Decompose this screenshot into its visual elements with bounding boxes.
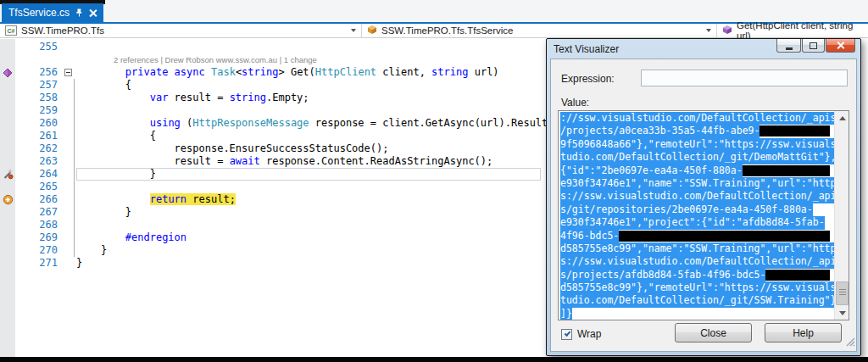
current-event-arrow-icon[interactable] [0,193,15,206]
collapse-region-icon[interactable] [64,69,72,76]
expression-label: Expression: [561,73,615,85]
type-dropdown[interactable]: SSW.TimePRO.Tfs.TfsService [362,24,717,37]
glyph-margin-cell[interactable] [0,92,15,104]
code-token: > Get( [278,66,314,78]
maximize-button[interactable] [802,39,825,53]
code-token: result; [186,193,236,205]
selected-text: 9f5096848a66"},"remoteUrl":"https://ssw.… [560,138,836,151]
close-tab-icon[interactable] [89,9,97,17]
line-number: 270 [15,244,63,257]
glyph-margin-cell[interactable] [0,117,15,130]
scroll-down-arrow-icon[interactable] [835,306,849,320]
glyph-margin-cell[interactable] [0,257,15,270]
code-token: await [230,155,260,167]
selected-text: e930f34746e1","project":{"id":"afdb8d84-… [560,216,825,229]
outlining-scope-line [74,79,75,257]
code-token [76,231,125,243]
window-bottom-edge [0,357,868,362]
value-line: ://ssw.visualstudio.com/DefaultCollectio… [560,112,833,125]
minimize-icon [786,47,793,50]
chevron-down-icon [351,29,356,32]
code-token: } [76,257,82,269]
value-line: /projects/a0cea33b-35a5-44fb-abe9- [560,125,833,137]
code-token [76,66,125,78]
glyph-margin-cell[interactable] [0,244,15,257]
redacted-block [743,165,830,176]
outlining-margin-cell [63,53,76,66]
quick-action-wand-icon[interactable] [0,168,15,181]
close-button[interactable]: Close [675,323,752,343]
line-number: 267 [15,206,63,219]
wrap-checkbox[interactable] [561,329,572,340]
value-line: tudio.com/DefaultCollection/_git/SSW.Tra… [560,294,833,307]
selected-text: {"id":"2be0697e-ea4a-450f-880a- [560,164,743,177]
codelens-info[interactable]: 2 references | Drew Robson www.ssw.com.a… [76,55,317,64]
code-token: Task [211,66,236,78]
selected-text: s://ssw.visualstudio.com/DefaultCollecti… [560,255,836,268]
glyph-margin-cell[interactable] [0,206,15,219]
line-number: 264 [15,168,63,181]
help-button[interactable]: Help [765,323,842,343]
value-line: s/projects/afdb8d84-5fab-4f96-bdc5- [560,269,833,281]
code-token: response.Content.ReadAsStringAsync(); [260,155,493,167]
outlining-margin-cell[interactable] [63,66,76,79]
project-dropdown[interactable]: C# SSW.TimePRO.Tfs [0,24,362,37]
value-line: ]} [560,308,833,320]
visual-studio-window: TfsService.cs C# SSW.TimePRO.Tfs SSW.Tim… [0,0,868,362]
code-token: .Empty; [266,92,309,103]
breakpoint-diamond-icon[interactable] [0,66,15,79]
outlining-margin-cell [63,257,76,270]
code-text[interactable]: } [76,168,541,181]
glyph-margin-cell[interactable] [0,104,15,117]
code-token: response = client.GetAsync(url).Result) [309,117,554,129]
glyph-margin-cell[interactable] [0,142,15,155]
value-line: e930f34746e1","project":{"id":"afdb8d84-… [560,216,833,229]
redacted-block [619,231,830,242]
member-dropdown[interactable]: Get(HttpClient client, string url) [717,24,868,37]
vertical-scrollbar[interactable] [834,111,849,320]
line-number: 265 [15,181,63,193]
expression-input[interactable] [641,70,848,86]
code-token: return [150,193,186,205]
glyph-margin-cell[interactable] [0,231,15,244]
glyph-margin-cell[interactable] [0,155,15,168]
scroll-up-arrow-icon[interactable] [835,111,849,125]
value-line: e930f34746e1","name":"SSW.Training","url… [560,177,833,190]
type-dropdown-label: SSW.TimePRO.Tfs.TfsService [381,25,513,36]
code-token: async [175,66,205,78]
glyph-margin-cell[interactable] [0,130,15,142]
chevron-down-icon [706,29,711,32]
scrollbar-thumb[interactable] [836,281,849,305]
minimize-button[interactable] [776,39,801,53]
code-token: { [76,79,131,91]
code-token [76,92,150,103]
code-token: string [431,66,468,78]
code-token: } [76,244,107,256]
line-number: 269 [15,231,63,244]
glyph-margin-cell[interactable] [0,79,15,92]
code-token: string [242,66,278,78]
code-token: using [150,117,181,129]
code-token: url) [468,66,498,78]
line-number: 271 [15,257,63,270]
tab-tfsservice[interactable]: TfsService.cs [2,3,103,22]
close-window-button[interactable] [826,39,855,53]
value-lines-container: ://ssw.visualstudio.com/DefaultCollectio… [560,112,833,319]
code-token: result = [168,92,229,103]
glyph-margin-cell[interactable] [0,41,15,53]
code-token: result = [76,155,230,167]
selected-text: s://ssw.visualstudio.com/DefaultCollecti… [560,190,836,203]
value-line: d585755e8c99"},"remoteUrl":"https://ssw.… [560,281,833,294]
glyph-margin-cell[interactable] [0,53,15,66]
selected-text: tudio.com/DefaultCollection/_git/SSW.Tra… [560,294,836,307]
glyph-margin-cell[interactable] [0,219,15,231]
window-controls [776,39,855,53]
selected-text: ://ssw.visualstudio.com/DefaultCollectio… [560,112,836,125]
line-number: 257 [15,79,63,92]
pin-icon[interactable] [75,8,83,17]
value-line: {"id":"2be0697e-ea4a-450f-880a- [560,164,833,177]
glyph-margin-cell[interactable] [0,181,15,193]
resize-grip[interactable] [845,335,855,350]
value-text-area[interactable]: ://ssw.visualstudio.com/DefaultCollectio… [558,110,849,320]
line-number: 255 [15,41,63,53]
